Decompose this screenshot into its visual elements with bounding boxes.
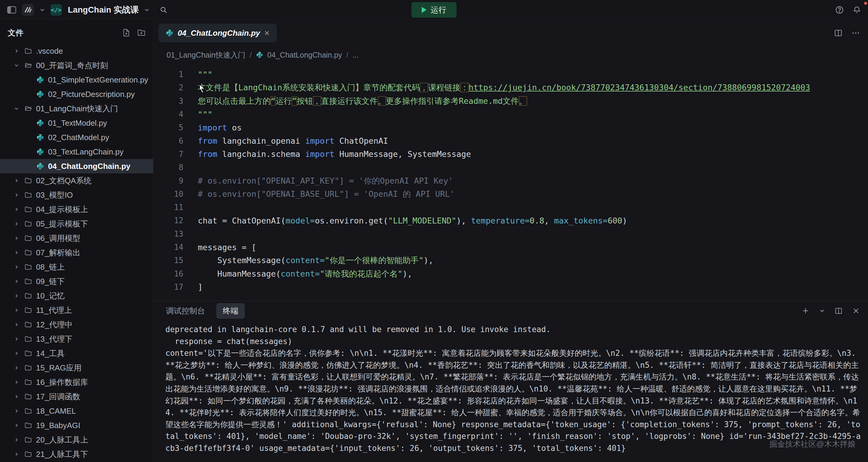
search-icon[interactable] bbox=[159, 5, 168, 14]
new-file-icon[interactable] bbox=[122, 28, 131, 37]
tree-folder-17_回调函数[interactable]: 17_回调函数 bbox=[0, 389, 153, 404]
code-line[interactable]: 1""" bbox=[153, 68, 868, 81]
tree-folder-14_工具[interactable]: 14_工具 bbox=[0, 346, 153, 361]
app-logo[interactable] bbox=[22, 4, 34, 16]
close-panel-icon[interactable] bbox=[852, 307, 860, 315]
tree-folder-18_CAMEL[interactable]: 18_CAMEL bbox=[0, 404, 153, 418]
chevron-right-icon bbox=[12, 177, 21, 184]
tree-folder-21_人脉工具下[interactable]: 21_人脉工具下 bbox=[0, 447, 153, 461]
code-line[interactable]: 9# os.environ["OPENAI_API_KEY"] = '你的Ope… bbox=[153, 174, 868, 187]
code-text: """ bbox=[183, 70, 213, 79]
line-number: 17 bbox=[153, 283, 183, 292]
tree-folder-07_解析输出[interactable]: 07_解析输出 bbox=[0, 245, 153, 260]
tree-folder-12_代理中[interactable]: 12_代理中 bbox=[0, 318, 153, 332]
code-line[interactable]: 10# os.environ["OPENAI_BASE_URL"] = 'Ope… bbox=[153, 188, 868, 201]
code-line[interactable]: 17] bbox=[153, 280, 868, 294]
tree-folder-03_模型IO[interactable]: 03_模型IO bbox=[0, 188, 153, 202]
python-file-icon bbox=[35, 162, 45, 170]
run-button[interactable]: 运行 bbox=[411, 2, 457, 18]
code-line[interactable]: 8 bbox=[153, 161, 868, 174]
folder-icon bbox=[23, 277, 33, 285]
code-editor[interactable]: 1"""2本文件是【LangChain系统安装和快速入门】章节的配套代码，课程链… bbox=[153, 64, 868, 301]
tree-file-03_TextLangChain.py[interactable]: 03_TextLangChain.py bbox=[0, 144, 153, 159]
tree-label: 19_BabyAGI bbox=[36, 421, 80, 430]
code-text: from langchain_openai import ChatOpenAI bbox=[183, 136, 388, 145]
tree-folder-19_BabyAGI[interactable]: 19_BabyAGI bbox=[0, 418, 153, 433]
chevron-right-icon bbox=[12, 264, 21, 270]
more-actions-icon[interactable] bbox=[851, 29, 860, 37]
breadcrumb-more[interactable]: ... bbox=[352, 51, 359, 59]
folder-icon bbox=[23, 105, 33, 112]
sidebar-header: 文件 bbox=[0, 20, 153, 41]
tree-label: 04_提示模板上 bbox=[36, 204, 88, 215]
tree-folder-13_代理下[interactable]: 13_代理下 bbox=[0, 332, 153, 346]
tree-folder-00_开篇词_奇点时刻[interactable]: 00_开篇词_奇点时刻 bbox=[0, 58, 153, 73]
tree-folder-01_LangChain快速入门[interactable]: 01_LangChain快速入门 bbox=[0, 101, 153, 116]
tree-folder-15_RAG应用[interactable]: 15_RAG应用 bbox=[0, 361, 153, 375]
help-icon[interactable] bbox=[835, 5, 844, 14]
tree-label: 20_人脉工具上 bbox=[36, 435, 88, 445]
tree-folder-08_链上[interactable]: 08_链上 bbox=[0, 260, 153, 274]
panel-tabbar: 调试控制台 终端 bbox=[153, 301, 868, 321]
sidebar-toggle-icon[interactable] bbox=[7, 5, 17, 14]
breadcrumb-separator: / bbox=[250, 51, 252, 59]
split-panel-icon[interactable] bbox=[834, 307, 843, 315]
tree-folder-05_提示模板下[interactable]: 05_提示模板下 bbox=[0, 217, 153, 231]
terminal-output[interactable]: deprecated in langchain-core 0.1.7 and w… bbox=[153, 321, 868, 462]
breadcrumb: 01_LangChain快速入门 / 04_ChatLongChain.py /… bbox=[153, 46, 868, 64]
tree-folder-09_链下[interactable]: 09_链下 bbox=[0, 274, 153, 289]
tree-folder-10_记忆[interactable]: 10_记忆 bbox=[0, 289, 153, 303]
split-editor-icon[interactable] bbox=[834, 29, 843, 37]
code-line[interactable]: 11 bbox=[153, 201, 868, 214]
tree-file-04_ChatLongChain.py[interactable]: 04_ChatLongChain.py bbox=[0, 159, 153, 173]
tree-file-02_PictureDescription.py[interactable]: 02_PictureDescription.py bbox=[0, 87, 153, 101]
code-line[interactable]: 14messages = [ bbox=[153, 241, 868, 254]
folder-icon bbox=[23, 321, 33, 329]
tab-debug-console[interactable]: 调试控制台 bbox=[166, 306, 205, 316]
tree-folder-16_操作数据库[interactable]: 16_操作数据库 bbox=[0, 375, 153, 389]
tree-file-01_SimpleTextGeneration.py[interactable]: 01_SimpleTextGeneration.py bbox=[0, 73, 153, 87]
bell-icon[interactable] bbox=[852, 5, 861, 14]
tree-label: 08_链上 bbox=[36, 262, 65, 272]
code-line[interactable]: 15 SystemMessage(content="你是一个很棒的智能助手"), bbox=[153, 254, 868, 267]
code-line[interactable]: 2本文件是【LangChain系统安装和快速入门】章节的配套代码，课程链接：ht… bbox=[153, 81, 868, 94]
tab-close-icon[interactable]: × bbox=[264, 29, 270, 37]
breadcrumb-file[interactable]: 04_ChatLongChain.py bbox=[268, 51, 342, 59]
code-line[interactable]: 13 bbox=[153, 227, 868, 241]
code-line[interactable]: 4""" bbox=[153, 108, 868, 121]
code-line[interactable]: 6from langchain_openai import ChatOpenAI bbox=[153, 134, 868, 147]
tree-file-01_TextModel.py[interactable]: 01_TextModel.py bbox=[0, 116, 153, 130]
folder-icon bbox=[23, 306, 33, 314]
tabbar-actions bbox=[834, 29, 860, 37]
tree-folder-06_调用模型[interactable]: 06_调用模型 bbox=[0, 231, 153, 245]
breadcrumb-folder[interactable]: 01_LangChain快速入门 bbox=[166, 50, 246, 60]
tab-title: 04_ChatLongChain.py bbox=[178, 29, 260, 38]
tab-terminal[interactable]: 终端 bbox=[216, 303, 245, 319]
tree-file-02_ChatModel.py[interactable]: 02_ChatModel.py bbox=[0, 130, 153, 144]
workspace-chevron-down-icon[interactable] bbox=[39, 7, 45, 13]
python-file-icon bbox=[35, 119, 45, 127]
new-terminal-icon[interactable] bbox=[801, 307, 810, 315]
editor-tab-active[interactable]: 04_ChatLongChain.py × bbox=[158, 24, 277, 42]
tree-folder-.vscode[interactable]: .vscode bbox=[0, 44, 153, 58]
line-number: 1 bbox=[153, 70, 183, 79]
tree-folder-02_文档QA系统[interactable]: 02_文档QA系统 bbox=[0, 173, 153, 188]
folder-icon bbox=[23, 450, 33, 458]
code-line[interactable]: 16 HumanMessage(content="请给我的花店起个名"), bbox=[153, 267, 868, 280]
tree-label: 15_RAG应用 bbox=[36, 363, 82, 373]
line-number: 11 bbox=[153, 203, 183, 212]
project-name[interactable]: LangChain 实战课 bbox=[68, 4, 139, 15]
new-folder-icon[interactable] bbox=[137, 28, 146, 37]
tree-folder-11_代理上[interactable]: 11_代理上 bbox=[0, 303, 153, 318]
code-line[interactable]: 12chat = ChatOpenAI(model=os.environ.get… bbox=[153, 214, 868, 227]
code-line[interactable]: 7from langchain.schema import HumanMessa… bbox=[153, 147, 868, 161]
code-text: chat = ChatOpenAI(model=os.environ.get("… bbox=[183, 216, 627, 225]
code-line[interactable]: 5import os bbox=[153, 121, 868, 134]
terminal-dropdown-chevron-icon[interactable] bbox=[819, 307, 826, 314]
tree-folder-20_人脉工具上[interactable]: 20_人脉工具上 bbox=[0, 433, 153, 447]
folder-icon bbox=[23, 422, 33, 429]
tree-folder-04_提示模板上[interactable]: 04_提示模板上 bbox=[0, 202, 153, 217]
code-text: HumanMessage(content="请给我的花店起个名"), bbox=[183, 268, 412, 279]
code-line[interactable]: 3您可以点击最上方的“运行”按钮，直接运行该文件。更多操作指引请参考Readme… bbox=[153, 95, 868, 108]
project-chevron-down-icon[interactable] bbox=[144, 7, 150, 13]
